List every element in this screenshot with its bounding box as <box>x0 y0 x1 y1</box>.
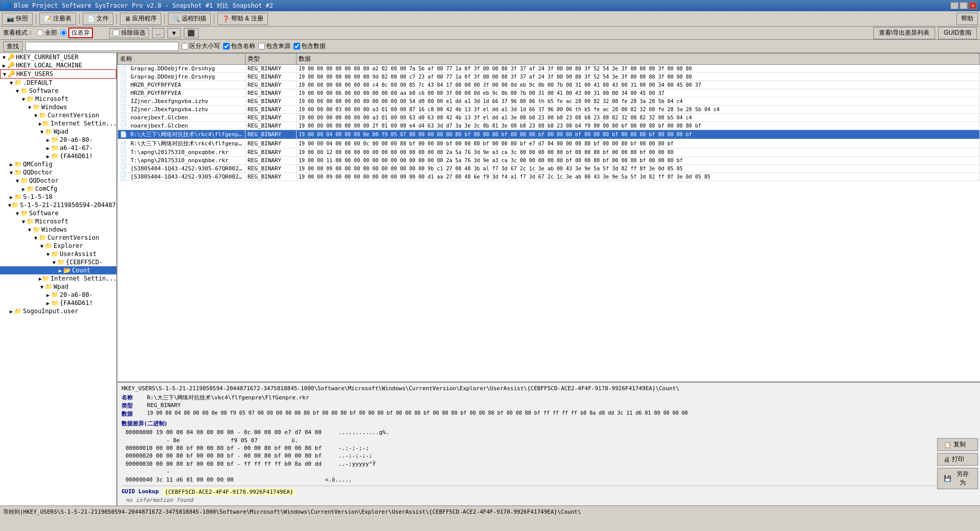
table-row[interactable]: 📄 R:\大三下\网络对抗技术\rkc4\flfgenpre\FlfGenpre… <box>118 130 980 139</box>
entry-data: 19 00 00 12 00 00 00 00 00 00 00 00 00 0… <box>297 148 980 157</box>
tree-20a6[interactable]: ▶ 📁 20-a6-80- <box>0 136 116 144</box>
screen-btn[interactable]: ⬛ <box>184 28 199 38</box>
tree-s1521[interactable]: ▼ 📁 S-1-5-21-2119850594-204487167... <box>0 201 116 209</box>
table-row[interactable]: 📄 R:\大三下\网络对抗技术\rkc4\flfgenpre\FlfGenpre… <box>118 139 980 148</box>
tree-qqdoctor1[interactable]: ▼ 📁 QQDoctor <box>0 168 116 176</box>
entry-data: 19 00 00 00 00 00 00 00 2f 01 00 00 e4 d… <box>297 122 980 130</box>
file-icon: 📄 <box>87 15 95 22</box>
expand-icon-hku[interactable]: ▼ <box>2 71 8 77</box>
filter-icon-btn[interactable]: ▼ <box>167 28 181 38</box>
col-name: 名称 <box>118 54 246 65</box>
entry-type: REG_BINARY <box>246 130 297 139</box>
entry-name: Graprag.DDOebjfre.Qrsnhyg <box>131 65 215 72</box>
entry-type: REG_BINARY <box>246 89 297 97</box>
minimize-btn[interactable]: _ <box>950 2 959 9</box>
tree-wpad1[interactable]: ▼ 📁 Wpad <box>0 128 116 136</box>
guid-lookup-btn[interactable]: GUID查阅 <box>938 27 977 39</box>
tree-default[interactable]: ▼ 📁 .DEFAULT <box>0 79 116 87</box>
help-btn[interactable]: ❓ 帮助 & 注册 <box>217 13 268 25</box>
save-as-btn[interactable]: 💾 另存为 <box>937 468 978 489</box>
tree-currentversion2[interactable]: ▼ 📁 CurrentVersion <box>0 234 116 242</box>
titlebar-controls: _ □ ✕ <box>950 2 977 9</box>
tree-microsoft2[interactable]: ▼ 📁 Microsoft <box>0 217 116 225</box>
save-icon: 💾 <box>944 475 951 482</box>
entry-icon: 📄 <box>120 65 131 72</box>
entry-data: 19 00 00 00 00 00 00 00 00 00 00 00 54 d… <box>297 97 980 106</box>
data-table: 名称 类型 数据 📄 Graprag.DDOebjfre.QrsnhygREG_… <box>117 53 980 382</box>
help-icon: ❓ <box>222 15 230 22</box>
entry-name: [S380S404-1Q43-42S2-9305-67QR0028SP23]\r… <box>131 173 246 180</box>
copy-btn[interactable]: 📋 复制 <box>937 438 978 451</box>
tree-userassist[interactable]: ▼ 📁 UserAssist <box>0 250 116 258</box>
file-btn[interactable]: 📄 文件 <box>83 13 113 25</box>
tree-count[interactable]: ▶ 📂 Count <box>0 266 116 274</box>
tree-wpad2[interactable]: ▼ 📁 Wpad <box>0 283 116 291</box>
radio-all[interactable]: 全部 <box>37 29 57 37</box>
remote-scan-btn[interactable]: 🔍 远程扫描 <box>168 13 211 25</box>
tree-microsoft1[interactable]: ▼ 📁 Microsoft <box>0 95 116 103</box>
check-data[interactable]: 包含数据 <box>293 42 326 50</box>
check-source[interactable]: 包含来源 <box>258 42 290 50</box>
tree-comcfg[interactable]: ▶ 📁 ComCfg <box>0 185 116 193</box>
entry-name: HRZR_PGYFRFFVEA <box>131 90 181 96</box>
detail-pane: HKEY_USERS\S-1-5-21-2119850594-204487167… <box>117 382 980 505</box>
table-row[interactable]: 📄 T:\apng\20175310_onpxqbbe.rkrREG_BINAR… <box>118 148 980 157</box>
tree-qqdoctor2[interactable]: ▼ 📁 QQDoctor <box>0 176 116 185</box>
expand-icon[interactable]: ▼ <box>1 55 7 60</box>
tree-s1518[interactable]: ▶ 📁 S-1-5-18 <box>0 193 116 201</box>
table-row[interactable]: 📄 HRZR_PGYFRFFVEAREG_BINARY19 00 00 00 0… <box>118 89 980 97</box>
tree-internetsetting1[interactable]: ▶ 📁 Internet Settin... <box>0 119 116 128</box>
table-row[interactable]: 📄 IZjner.Jbexfgngvba.izhvREG_BINARY19 00… <box>118 97 980 106</box>
tree-qmconfig[interactable]: ▶ 📁 QMConfig <box>0 160 116 168</box>
table-row[interactable]: 📄 T:\apng\20175310_onpxqbbe.rkrREG_BINAR… <box>118 157 980 165</box>
table-row[interactable]: 📄 IZjner.Jbexfgngvba.izhvREG_BINARY19 00… <box>118 106 980 114</box>
expand-icon-hklm[interactable]: ▶ <box>1 63 7 68</box>
tree-windows2[interactable]: ▼ 📁 Windows <box>0 225 116 234</box>
tree-sogou[interactable]: ▶ 📁 SogouInput.user <box>0 307 116 315</box>
tree-software2[interactable]: ▼ 📁 Software <box>0 209 116 217</box>
entry-name: T:\apng\20175310_onpxqbbe.rkr <box>131 157 229 164</box>
table-row[interactable]: 📄 [S380S404-1Q43-42S2-9305-67QR0028SP23]… <box>118 173 980 181</box>
tree-software1[interactable]: ▼ 📁 Software <box>0 87 116 95</box>
search-button[interactable]: 查找 <box>3 41 22 52</box>
maximize-btn[interactable]: □ <box>960 2 968 9</box>
tree-explorer[interactable]: ▼ 📁 Explorer <box>0 242 116 250</box>
tree-windows1[interactable]: ▼ 📁 Windows <box>0 103 116 111</box>
entry-type: REG_BINARY <box>246 148 297 157</box>
hex-row-2: 00000010 00 00 80 bf 00 00 80 bf - 00 00… <box>126 444 976 452</box>
table-row[interactable]: 📄 noarejbexf.GlcbenREG_BINARY19 00 00 00… <box>118 114 980 122</box>
table-row[interactable]: 📄 Graprag.DDOebjfre.QrsnhygREG_BINARY19 … <box>118 65 980 73</box>
tree-a641[interactable]: ▶ 📁 a6-41-67- <box>0 144 116 152</box>
detail-data-row: 数据 19 00 00 04 00 00 00 0e 00 f9 05 07 0… <box>121 410 976 418</box>
tree-hku[interactable]: ▼ 🔑 HKEY_USERS <box>0 69 116 79</box>
tree-internetsetting2[interactable]: ▶ 📁 Internet Settin... <box>0 274 116 283</box>
radio-diff[interactable]: 仅差异 <box>60 28 93 38</box>
tree-20a6b[interactable]: ▶ 📁 20-a6-80- <box>0 291 116 299</box>
entry-name: R:\大三下\网络对抗技术\rkc4\flfgenpre\FlfGenpre.r… <box>131 140 246 147</box>
print-btn[interactable]: 🖨 打印 <box>937 453 978 466</box>
viewmode-label: 查看模式： <box>3 29 34 37</box>
tree-currentversion1[interactable]: ▼ 📁 CurrentVersion <box>0 111 116 119</box>
close-btn[interactable]: ✕ <box>969 2 977 9</box>
check-name[interactable]: 包含名称 <box>223 42 255 50</box>
check-case[interactable]: 区分大小写 <box>182 42 220 50</box>
table-row[interactable]: 📄 [S380S404-1Q43-42S2-9305-67QR0028SP23]… <box>118 165 980 173</box>
table-row[interactable]: 📄 noarejbexf.GlcbenREG_BINARY19 00 00 00… <box>118 122 980 130</box>
table-row[interactable]: 📄 Graprag.DDOebjfre.QrsnhygREG_BINARY19 … <box>118 73 980 81</box>
search-input[interactable] <box>26 42 179 51</box>
filter-checkbox-btn[interactable]: 排除筛选 <box>109 28 149 38</box>
entry-data: 19 00 00 04 00 00 00 0c 00 00 00 80 bf 0… <box>297 139 980 148</box>
help-right-btn[interactable]: 帮助 <box>957 13 978 25</box>
tree-fa46d61b[interactable]: ▶ 📁 {FA46D61! <box>0 299 116 307</box>
registry-btn[interactable]: 📝 注册表 <box>39 13 76 25</box>
tree-cebff5cd[interactable]: ▼ 📁 {CEBFF5CD- <box>0 258 116 266</box>
compare-export-btn[interactable]: 查看\导出差异列表 <box>873 27 935 39</box>
snapshot-btn[interactable]: 📷 快照 <box>2 13 33 25</box>
table-row[interactable]: 📄 HRZR_PGYFRFFVEAREG_BINARY19 00 00 00 0… <box>118 81 980 89</box>
app-btn[interactable]: 🖥 应用程序 <box>120 13 161 25</box>
tree-hklm[interactable]: ▶ 🔑 HKEY_LOCAL_MACHINE <box>0 61 116 69</box>
tree-hkcu[interactable]: ▼ 🔑 HKEY_CURRENT_USER <box>0 53 116 61</box>
tree-fa46d61a[interactable]: ▶ 📁 {FA46D61! <box>0 152 116 160</box>
more-btn[interactable]: ... <box>152 28 164 38</box>
entry-data: 19 00 00 00 03 00 00 00 a3 01 00 00 87 1… <box>297 106 980 114</box>
